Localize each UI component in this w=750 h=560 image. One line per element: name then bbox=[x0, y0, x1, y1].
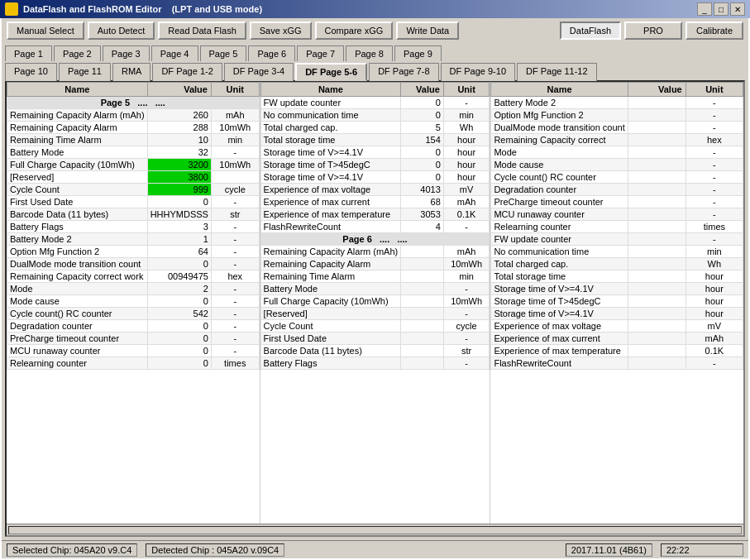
cell-value[interactable] bbox=[628, 97, 686, 109]
pro-button[interactable]: PRO bbox=[624, 22, 682, 40]
cell-value[interactable]: 0 bbox=[147, 333, 211, 345]
table-row[interactable]: Remaining Capacity correct work00949475h… bbox=[7, 270, 260, 283]
scrollbar-track[interactable] bbox=[8, 526, 742, 534]
cell-value[interactable] bbox=[401, 258, 444, 270]
table-row[interactable]: DualMode mode transition count0- bbox=[7, 258, 260, 270]
tab-page1[interactable]: Page 1 bbox=[5, 45, 52, 61]
table-row[interactable]: Experience of max voltagemV bbox=[491, 320, 743, 333]
table-row[interactable]: Remaining Time Alarmmin bbox=[260, 270, 490, 283]
cell-value[interactable]: 4013 bbox=[401, 184, 444, 196]
cell-value[interactable]: 999 bbox=[147, 184, 211, 196]
cell-value[interactable] bbox=[628, 171, 686, 184]
table-row[interactable]: No communication time0min bbox=[260, 109, 490, 122]
cell-value[interactable] bbox=[628, 320, 686, 333]
table-row[interactable]: FlashRewriteCount- bbox=[491, 357, 743, 370]
cell-value[interactable]: 2 bbox=[147, 283, 211, 295]
horizontal-scrollbar[interactable] bbox=[7, 524, 743, 535]
cell-value[interactable]: 1 bbox=[147, 233, 211, 246]
cell-value[interactable]: 64 bbox=[147, 246, 211, 258]
cell-value[interactable] bbox=[628, 233, 686, 246]
tab-page4[interactable]: Page 4 bbox=[151, 45, 198, 61]
cell-value[interactable]: 4 bbox=[401, 221, 444, 233]
table-row[interactable]: Relearning countertimes bbox=[491, 221, 743, 233]
cell-value[interactable] bbox=[401, 308, 444, 320]
table-row[interactable]: Mode cause0- bbox=[7, 295, 260, 308]
cell-value[interactable] bbox=[628, 345, 686, 357]
cell-value[interactable]: 0 bbox=[147, 320, 211, 333]
table-row[interactable]: MCU runaway counter- bbox=[491, 208, 743, 221]
table-row[interactable]: Experience of max temperature0.1K bbox=[491, 345, 743, 357]
cell-value[interactable]: 0 bbox=[147, 258, 211, 270]
cell-value[interactable]: 0 bbox=[401, 171, 444, 184]
table-row[interactable]: Cycle Countcycle bbox=[260, 320, 490, 333]
cell-value[interactable] bbox=[401, 345, 444, 357]
cell-value[interactable]: 542 bbox=[147, 308, 211, 320]
table-row[interactable]: No communication timemin bbox=[491, 246, 743, 258]
cell-value[interactable]: 0 bbox=[147, 357, 211, 370]
table-row[interactable]: Remaining Capacity Alarm (mAh)260mAh bbox=[7, 109, 260, 122]
cell-value[interactable] bbox=[628, 333, 686, 345]
cell-value[interactable] bbox=[628, 283, 686, 295]
table-row[interactable]: Experience of max voltage4013mV bbox=[260, 184, 490, 196]
read-data-flash-button[interactable]: Read Data Flash bbox=[158, 22, 246, 40]
cell-value[interactable] bbox=[628, 357, 686, 370]
table-row[interactable]: Storage time of V>=4.1Vhour bbox=[491, 308, 743, 320]
table-row[interactable]: First Used Date- bbox=[260, 333, 490, 345]
minimize-button[interactable]: _ bbox=[697, 2, 712, 16]
table-row[interactable]: FlashRewriteCount4- bbox=[260, 221, 490, 233]
cell-value[interactable] bbox=[628, 146, 686, 159]
cell-value[interactable]: 3053 bbox=[401, 208, 444, 221]
table-row[interactable]: PreCharge timeout counter- bbox=[491, 196, 743, 208]
cell-value[interactable] bbox=[401, 295, 444, 308]
table-row[interactable]: Battery Mode 21- bbox=[7, 233, 260, 246]
tab-df-page12[interactable]: DF Page 1-2 bbox=[152, 63, 222, 81]
calibrate-button[interactable]: Calibrate bbox=[686, 22, 743, 40]
table-row[interactable]: Total storage time154hour bbox=[260, 134, 490, 146]
compare-xgg-button[interactable]: Compare xGG bbox=[315, 22, 394, 40]
cell-value[interactable]: 0 bbox=[401, 109, 444, 122]
tab-page2[interactable]: Page 2 bbox=[54, 45, 101, 61]
cell-value[interactable]: 32 bbox=[147, 146, 211, 159]
table-row[interactable]: Remaining Capacity Alarm10mWh bbox=[260, 258, 490, 270]
cell-value[interactable] bbox=[628, 221, 686, 233]
table-row[interactable]: Page 5 .... .... bbox=[7, 97, 260, 109]
cell-value[interactable]: 10 bbox=[147, 134, 211, 146]
write-data-button[interactable]: Write Data bbox=[396, 22, 459, 40]
table-row[interactable]: Cycle Count999cycle bbox=[7, 184, 260, 196]
tab-page8[interactable]: Page 8 bbox=[346, 45, 393, 61]
tab-page5[interactable]: Page 5 bbox=[200, 45, 247, 61]
table-row[interactable]: [Reserved]- bbox=[260, 308, 490, 320]
close-button[interactable]: ✕ bbox=[730, 2, 745, 16]
cell-value[interactable]: HHHYMDSSS bbox=[147, 208, 211, 221]
tab-df-page34[interactable]: DF Page 3-4 bbox=[224, 63, 294, 81]
cell-value[interactable]: 0 bbox=[147, 196, 211, 208]
table-row[interactable]: Battery Mode32- bbox=[7, 146, 260, 159]
table-row[interactable]: Cycle count() RC counter- bbox=[491, 171, 743, 184]
table-row[interactable]: Battery Mode- bbox=[260, 283, 490, 295]
table-row[interactable]: Experience of max temperature30530.1K bbox=[260, 208, 490, 221]
cell-value[interactable]: 3200 bbox=[147, 159, 211, 171]
cell-value[interactable] bbox=[628, 109, 686, 122]
tab-page11[interactable]: Page 11 bbox=[59, 63, 111, 81]
tab-page7[interactable]: Page 7 bbox=[297, 45, 344, 61]
cell-value[interactable]: 260 bbox=[147, 109, 211, 122]
save-xgg-button[interactable]: Save xGG bbox=[250, 22, 312, 40]
manual-select-button[interactable]: Manual Select bbox=[7, 22, 84, 40]
table-row[interactable]: Experience of max currentmAh bbox=[491, 333, 743, 345]
table-row[interactable]: Barcode Data (11 bytes)str bbox=[260, 345, 490, 357]
table-row[interactable]: Remaining Capacity Alarm28810mWh bbox=[7, 122, 260, 134]
cell-value[interactable]: 3800 bbox=[147, 171, 211, 184]
table-row[interactable]: Battery Flags3- bbox=[7, 221, 260, 233]
table-row[interactable]: [Reserved]3800 bbox=[7, 171, 260, 184]
table-row[interactable]: Total charged cap.Wh bbox=[491, 258, 743, 270]
tab-page3[interactable]: Page 3 bbox=[103, 45, 150, 61]
table-row[interactable]: Storage time of T>45degChour bbox=[491, 295, 743, 308]
cell-value[interactable]: 288 bbox=[147, 122, 211, 134]
cell-value[interactable] bbox=[628, 196, 686, 208]
table-row[interactable]: DualMode mode transition count- bbox=[491, 122, 743, 134]
auto-detect-button[interactable]: Auto Detect bbox=[88, 22, 155, 40]
cell-value[interactable]: 0 bbox=[147, 345, 211, 357]
cell-value[interactable]: 3 bbox=[147, 221, 211, 233]
table-row[interactable]: Cycle count() RC counter542- bbox=[7, 308, 260, 320]
dataflash-button[interactable]: DataFlash bbox=[560, 22, 621, 40]
